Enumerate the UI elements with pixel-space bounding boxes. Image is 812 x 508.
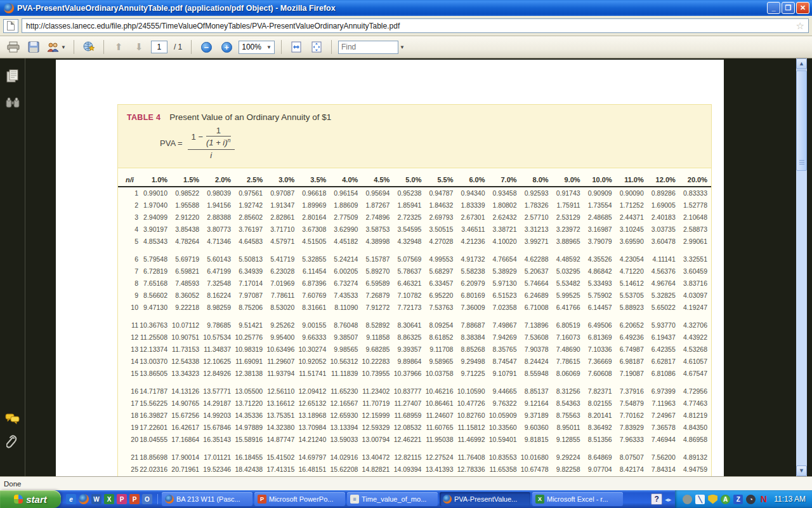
close-button[interactable]: ✕ <box>796 2 809 14</box>
zoom-level-select[interactable]: 100% ▼ <box>239 41 275 54</box>
zoom-out-button[interactable]: − <box>198 39 214 55</box>
attachments-panel-button[interactable] <box>5 434 20 450</box>
outlook-icon[interactable]: O <box>142 494 152 504</box>
email-button[interactable]: ▼ <box>46 39 67 55</box>
firefox-icon[interactable] <box>79 494 89 504</box>
url-field[interactable]: http://classes.lanecc.edu/file.php/24555… <box>22 18 809 33</box>
value-cell: 8.95011 <box>553 421 584 433</box>
table-row: 109.471309.222188.982598.752068.530208.3… <box>118 301 711 313</box>
remote-desktop-icon[interactable]: ╲ <box>695 495 705 504</box>
zoom-in-button[interactable]: + <box>218 39 235 55</box>
value-cell: 6.41766 <box>553 301 584 313</box>
value-cell: 7.37916 <box>616 385 648 397</box>
value-cell: 4.81219 <box>679 409 711 421</box>
value-cell: 14.97889 <box>235 421 266 433</box>
toolbar-separator <box>74 40 74 54</box>
word-icon[interactable]: W <box>91 494 102 504</box>
powerpoint-icon[interactable]: P <box>129 494 140 504</box>
column-header: 2.0% <box>203 175 235 187</box>
norton-icon[interactable]: N <box>759 495 768 504</box>
value-cell: 2.72325 <box>393 211 425 223</box>
taskbar-item-powerpoint[interactable]: P Microsoft PowerPo... <box>254 492 345 506</box>
comments-panel-button[interactable] <box>5 411 20 427</box>
maximize-button[interactable]: ❐ <box>782 2 795 14</box>
vertical-scrollbar[interactable]: ▲ ▼ <box>796 58 807 476</box>
collaborate-button[interactable] <box>81 39 97 55</box>
save-button[interactable] <box>25 39 42 55</box>
pdf-page: TABLE 4 Present Value of an Ordinary Ann… <box>56 60 724 476</box>
zonealarm-icon[interactable]: Z <box>733 495 743 504</box>
table-row: 32.940992.912202.883882.856022.828612.80… <box>118 211 711 223</box>
chevron-icon[interactable]: ◂▸ <box>665 496 671 503</box>
internet-explorer-icon[interactable]: e <box>66 494 76 504</box>
value-cell: 5.32855 <box>298 253 330 265</box>
value-cell: 5.78637 <box>393 265 425 277</box>
search-panel-button[interactable] <box>5 95 20 110</box>
quicktime-icon[interactable]: ◔ <box>746 495 756 504</box>
taskbar-item-pva[interactable]: PVA-PresentValue... <box>440 492 530 506</box>
value-cell: 4.78264 <box>171 235 203 247</box>
value-cell: 0.96154 <box>330 187 362 199</box>
formula-lhs: PVA = <box>160 138 183 148</box>
messenger-icon[interactable] <box>683 495 692 504</box>
value-cell: 0.94340 <box>457 187 488 199</box>
scrollbar-thumb[interactable] <box>796 70 807 171</box>
taskbar-item-ba213[interactable]: BA 213 W11 (Pasc... <box>162 492 252 506</box>
value-cell: 4.72956 <box>679 385 711 397</box>
value-cell: 4.45182 <box>330 235 362 247</box>
taskbar-item-excel[interactable]: X Microsoft Excel - r... <box>532 492 623 506</box>
start-button[interactable]: start <box>0 490 61 508</box>
value-cell: 5.97130 <box>489 277 521 289</box>
url-text[interactable]: http://classes.lanecc.edu/file.php/24555… <box>26 22 792 30</box>
value-cell: 10.33560 <box>489 421 521 433</box>
value-cell: 8.85137 <box>521 385 553 397</box>
minimize-button[interactable]: _ <box>767 2 780 14</box>
bookmark-star-icon[interactable]: ☆ <box>796 20 804 32</box>
publisher-icon[interactable]: P <box>117 494 127 504</box>
value-cell: 10.03758 <box>425 367 457 379</box>
value-cell: 12.10625 <box>203 355 235 367</box>
antivirus-icon[interactable]: A <box>721 495 730 504</box>
period-cell: 3 <box>118 211 140 223</box>
value-cell: 11.65358 <box>489 463 521 475</box>
taskbar-extras: ? ◂▸ <box>651 493 675 505</box>
value-cell: 0.99010 <box>140 187 171 199</box>
scroll-up-button[interactable]: ▲ <box>796 58 807 69</box>
value-cell: 2.58873 <box>679 223 711 235</box>
value-cell: 9.12855 <box>553 433 584 445</box>
value-cell: 6.47199 <box>203 265 235 277</box>
fit-page-button[interactable] <box>308 39 325 55</box>
print-button[interactable] <box>5 39 22 55</box>
help-icon[interactable]: ? <box>651 493 662 505</box>
value-cell: 10.63496 <box>266 343 298 355</box>
value-cell: 1.83339 <box>457 199 488 211</box>
value-cell: 6.33457 <box>425 277 457 289</box>
page-number-input[interactable] <box>151 41 167 53</box>
find-input[interactable] <box>338 41 398 54</box>
column-header: 8.0% <box>521 175 553 187</box>
value-cell: 5.75902 <box>584 289 616 301</box>
column-header: 1.0% <box>140 175 171 187</box>
pages-panel-button[interactable] <box>5 69 20 84</box>
taskbar-item-timevalue[interactable]: ≡ Time_value_of_mo... <box>347 492 438 506</box>
fit-width-icon <box>290 41 303 53</box>
shield-icon[interactable] <box>708 495 717 504</box>
next-page-button[interactable]: ⬇ <box>131 39 147 55</box>
scroll-down-button[interactable]: ▼ <box>796 465 807 476</box>
previous-page-button[interactable]: ⬆ <box>110 39 127 55</box>
value-cell: 7.36669 <box>584 355 616 367</box>
value-cell: 9.76322 <box>489 397 521 409</box>
value-cell: 5.88923 <box>616 301 648 313</box>
value-cell: 4.61057 <box>679 355 711 367</box>
value-cell: 9.60360 <box>521 421 553 433</box>
value-cell: 7.26879 <box>362 289 393 301</box>
value-cell: 12.65930 <box>330 409 362 421</box>
annuity-table: n/i1.0%1.5%2.0%2.5%3.0%3.5%4.0%4.5%5.0%5… <box>118 175 711 499</box>
fit-width-button[interactable] <box>288 39 304 55</box>
value-cell: 3.90197 <box>140 223 171 235</box>
excel-icon[interactable]: X <box>104 494 114 504</box>
page-icon-button[interactable] <box>3 19 18 33</box>
value-cell: 5.41719 <box>266 253 298 265</box>
value-cell: 9.11708 <box>425 343 457 355</box>
value-cell: 3.50515 <box>425 223 457 235</box>
